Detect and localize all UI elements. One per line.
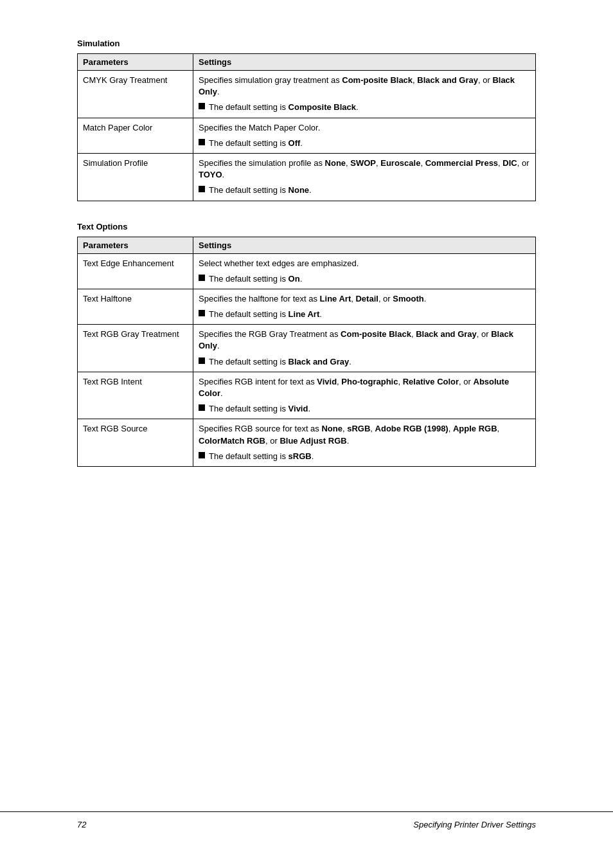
- settings-simulation-profile: Specifies the simulation profile as None…: [193, 153, 536, 201]
- settings-text-rgb-source: Specifies RGB source for text as None, s…: [193, 419, 536, 467]
- settings-cmyk-gray: Specifies simulation gray treatment as C…: [193, 71, 536, 118]
- text-options-section: Text Options Parameters Settings Text Ed…: [77, 222, 536, 467]
- param-simulation-profile: Simulation Profile: [78, 153, 193, 201]
- table-row: Text RGB Intent Specifies RGB intent for…: [78, 372, 536, 419]
- page-footer: 72 Specifying Printer Driver Settings: [0, 811, 613, 829]
- text-col-params: Parameters: [78, 237, 193, 253]
- bullet-text: The default setting is sRGB.: [209, 451, 314, 462]
- bullet-icon: [199, 310, 205, 316]
- page-number: 72: [77, 820, 86, 829]
- bullet-text: The default setting is Composite Black.: [209, 102, 359, 113]
- bullet-text: The default setting is Vivid.: [209, 403, 310, 415]
- bullet-icon: [199, 186, 205, 192]
- param-text-rgb-source: Text RGB Source: [78, 419, 193, 467]
- table-row: Match Paper Color Specifies the Match Pa…: [78, 118, 536, 153]
- bullet-icon: [199, 103, 205, 109]
- text-options-title: Text Options: [77, 222, 536, 231]
- text-options-table: Parameters Settings Text Edge Enhancemen…: [77, 237, 536, 467]
- settings-text-halftone: Specifies the halftone for text as Line …: [193, 289, 536, 324]
- settings-match-paper: Specifies the Match Paper Color. The def…: [193, 118, 536, 153]
- simulation-table: Parameters Settings CMYK Gray Treatment …: [77, 53, 536, 201]
- bullet-icon: [199, 139, 205, 145]
- simulation-title: Simulation: [77, 39, 536, 48]
- settings-text-edge: Select whether text edges are emphasized…: [193, 253, 536, 289]
- table-row: CMYK Gray Treatment Specifies simulation…: [78, 71, 536, 118]
- settings-text-rgb-intent: Specifies RGB intent for text as Vivid, …: [193, 372, 536, 419]
- table-row: Text Edge Enhancement Select whether tex…: [78, 253, 536, 289]
- sim-col-settings: Settings: [193, 54, 536, 71]
- bullet-icon: [199, 357, 205, 364]
- param-text-rgb-gray: Text RGB Gray Treatment: [78, 325, 193, 372]
- bullet-text: The default setting is Line Art.: [209, 309, 322, 320]
- bullet-icon: [199, 275, 205, 281]
- table-row: Text Halftone Specifies the halftone for…: [78, 289, 536, 324]
- bullet-text: The default setting is Off.: [209, 138, 303, 149]
- table-row: Text RGB Source Specifies RGB source for…: [78, 419, 536, 467]
- bullet-icon: [199, 404, 205, 411]
- simulation-section: Simulation Parameters Settings CMYK Gray…: [77, 39, 536, 201]
- sim-col-params: Parameters: [78, 54, 193, 71]
- bullet-icon: [199, 452, 205, 458]
- bullet-text: The default setting is Black and Gray.: [209, 356, 351, 368]
- text-col-settings: Settings: [193, 237, 536, 253]
- settings-text-rgb-gray: Specifies the RGB Gray Treatment as Com-…: [193, 325, 536, 372]
- param-text-halftone: Text Halftone: [78, 289, 193, 324]
- bullet-text: The default setting is None.: [209, 185, 312, 196]
- table-row: Text RGB Gray Treatment Specifies the RG…: [78, 325, 536, 372]
- table-row: Simulation Profile Specifies the simulat…: [78, 153, 536, 201]
- param-cmyk-gray: CMYK Gray Treatment: [78, 71, 193, 118]
- param-match-paper: Match Paper Color: [78, 118, 193, 153]
- param-text-edge: Text Edge Enhancement: [78, 253, 193, 289]
- param-text-rgb-intent: Text RGB Intent: [78, 372, 193, 419]
- bullet-text: The default setting is On.: [209, 273, 302, 285]
- footer-title: Specifying Printer Driver Settings: [413, 820, 536, 829]
